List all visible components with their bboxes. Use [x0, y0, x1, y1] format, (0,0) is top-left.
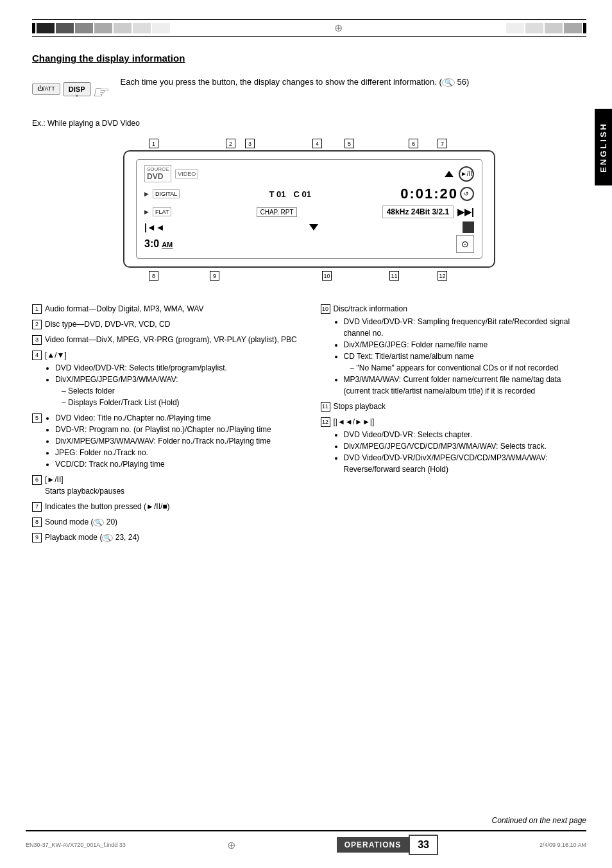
operations-label: OPERATIONS — [337, 837, 409, 853]
block-4 — [75, 23, 93, 33]
num-top-7: 7 — [438, 137, 447, 148]
example-label: Ex.: While playing a DVD Video — [32, 119, 586, 128]
digital-label: DIGITAL — [153, 189, 180, 198]
am-label: AM — [162, 241, 173, 248]
continued-text: Continued on the next page — [26, 816, 586, 825]
big-time: 3:0 — [144, 238, 159, 250]
list-5-subitems: DVD Video: Title no./Chapter no./Playing… — [45, 412, 271, 470]
display-line-1-left: SOURCE DVD VIDEO — [144, 165, 198, 182]
block-8 — [152, 23, 170, 33]
track-display: T 01 — [269, 189, 286, 199]
num-top-2: 2 — [226, 137, 235, 148]
prev-track-btn: |◄◄ — [144, 222, 165, 232]
display-line-3-mid: CHAP. RPT — [257, 207, 296, 217]
right-column: 10 Disc/track information DVD Video/DVD-… — [321, 303, 587, 547]
intro-area: ⏻/ATT DISP ● ☞ Each time you press the b… — [32, 75, 586, 103]
footer-compass: ⊕ — [227, 839, 235, 851]
footer-left-text: EN30-37_KW-AVX720_001A_f.indd 33 — [26, 842, 126, 848]
list-10-subitems: DVD Video/DVD-VR: Sampling frequency/Bit… — [334, 316, 587, 397]
big-time-area: 3:0 AM — [144, 238, 173, 250]
left-column: 1 Audio format—Dolby Digital, MP3, WMA, … — [32, 303, 298, 547]
operations-badge: OPERATIONS 33 — [337, 835, 438, 855]
top-bar-left — [32, 23, 170, 33]
circle-arrow-icon: ↺ — [460, 187, 474, 201]
num-top-4: 4 — [312, 137, 322, 148]
section-title: Changing the display information — [32, 53, 185, 64]
block-r2 — [525, 23, 543, 33]
display-line-3: ▶ FLAT CHAP. RPT 48kHz 24Bit 3/2.1 ▶▶| — [144, 205, 474, 218]
num-bot-11: 11 — [389, 270, 399, 281]
display-line-4: |◄◄ — [144, 221, 474, 233]
stop-btn — [463, 221, 474, 233]
num-top-3: 3 — [245, 137, 255, 148]
num-top-5: 5 — [344, 137, 354, 148]
list-item-5: 5 DVD Video: Title no./Chapter no./Playi… — [32, 412, 298, 470]
block-5 — [94, 23, 112, 33]
nums-top-row: 1 2 3 4 5 6 7 — [123, 134, 495, 148]
display-line-1: SOURCE DVD VIDEO ►/II — [144, 165, 474, 182]
section-title-area: Changing the display information — [32, 53, 586, 64]
audio-info: 48kHz 24Bit 3/2.1 — [382, 205, 454, 218]
page-number: 33 — [409, 835, 438, 855]
display-line-3-left: ▶ FLAT — [144, 207, 171, 216]
display-line-2-center: T 01 C 01 — [269, 189, 311, 199]
intro-text: Each time you press the button, the disp… — [121, 75, 470, 89]
num-bot-9: 9 — [210, 270, 219, 281]
list-item-10: 10 Disc/track information DVD Video/DVD-… — [321, 303, 587, 397]
list-item-7: 7 Indicates the button pressed (►/II/■) — [32, 501, 298, 512]
block-r4 — [564, 23, 582, 33]
list-item-9: 9 Playback mode (🔍 23, 24) — [32, 532, 298, 543]
display-inner: SOURCE DVD VIDEO ►/II ▶ — [136, 159, 482, 259]
top-bar-right — [506, 23, 586, 33]
block-r5 — [583, 23, 586, 33]
display-line-5: 3:0 AM ⊙ — [144, 235, 474, 253]
display-line-3-right: 48kHz 24Bit 3/2.1 ▶▶| — [382, 205, 474, 218]
block-1 — [32, 23, 35, 33]
disc-icon: ⊙ — [456, 235, 474, 253]
list-item-8: 8 Sound mode (🔍 20) — [32, 516, 298, 528]
list-item-12: 12 [|◄◄/►►|] DVD Video/DVD-VR: Selects c… — [321, 416, 587, 475]
time-display: 0:01:20 ↺ — [400, 186, 474, 202]
block-6 — [114, 23, 132, 33]
block-2 — [37, 23, 55, 33]
play-pause-btn: ►/II — [459, 166, 474, 182]
num-top-6: 6 — [409, 137, 418, 148]
list-item-11: 11 Stops playback — [321, 401, 587, 412]
display-line-1-right: ►/II — [445, 166, 474, 182]
chapter-display: C 01 — [294, 189, 311, 199]
dvd-display-diagram: 1 2 3 4 5 6 7 — [123, 134, 495, 284]
page-container: ⊕ ENGLISH Changing the display informati… — [0, 0, 612, 868]
chap-rpt-label: CHAP. RPT — [257, 207, 296, 217]
num-bot-8: 8 — [149, 270, 158, 281]
list-12-subitems: DVD Video/DVD-VR: Selects chapter. DivX/… — [334, 429, 587, 475]
flat-label: FLAT — [153, 207, 171, 216]
list-item-6: 6 [►/II] Starts playback/pauses — [32, 474, 298, 497]
button-illustration: ⏻/ATT DISP ● ☞ — [32, 75, 108, 103]
bottom-bar: EN30-37_KW-AVX720_001A_f.indd 33 ⊕ OPERA… — [26, 830, 586, 855]
block-r3 — [545, 23, 563, 33]
num-bot-10: 10 — [322, 270, 332, 281]
source-label: SOURCE DVD — [144, 165, 171, 182]
num-top-1: 1 — [149, 137, 158, 148]
disp-btn: DISP ● — [63, 82, 91, 96]
arrow-up-icon — [445, 171, 454, 177]
video-label: VIDEO — [175, 169, 198, 178]
num-bot-12: 12 — [438, 270, 447, 281]
display-line-2-left: ▶ DIGITAL — [144, 189, 180, 198]
english-tab: ENGLISH — [595, 109, 612, 186]
display-line-2: ▶ DIGITAL T 01 C 01 0:01:20 ↺ — [144, 186, 474, 202]
list-item-2: 2 Disc type—DVD, DVD-VR, VCD, CD — [32, 318, 298, 330]
compass-symbol: ⊕ — [334, 22, 343, 34]
display-box: SOURCE DVD VIDEO ►/II ▶ — [123, 150, 495, 268]
list-item-1: 1 Audio format—Dolby Digital, MP3, WMA, … — [32, 303, 298, 315]
block-7 — [133, 23, 151, 33]
list-item-4: 4 [▲/▼] DVD Video/DVD-VR: Selects title/… — [32, 349, 298, 408]
list-4-subitems: DVD Video/DVD-VR: Selects title/program/… — [45, 362, 227, 408]
next-track-btn: ▶▶| — [457, 207, 474, 217]
nums-bottom-row: 8 9 10 11 12 — [123, 270, 495, 284]
block-3 — [56, 23, 74, 33]
list-item-3: 3 Video format—DivX, MPEG, VR-PRG (progr… — [32, 334, 298, 345]
content-columns: 1 Audio format—Dolby Digital, MP3, WMA, … — [32, 303, 586, 547]
finger-cursor-icon: ☞ — [92, 82, 108, 103]
arrow-down-icon — [309, 224, 318, 230]
